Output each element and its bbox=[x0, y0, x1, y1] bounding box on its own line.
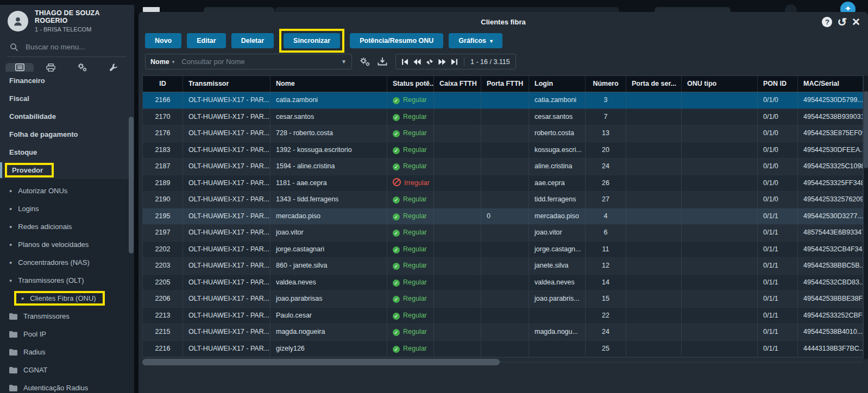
cell-numero: 6 bbox=[586, 225, 626, 241]
sidebar-subitem-logins[interactable]: •Logins bbox=[0, 200, 134, 218]
cell-status: ✓Regular bbox=[387, 258, 434, 274]
cell-porta_servico bbox=[626, 175, 682, 192]
sidebar-subitem-redes-adicionais[interactable]: •Redes adicionais bbox=[0, 218, 134, 236]
sidebar-subitem-transmissores-olt-[interactable]: •Transmissores (OLT) bbox=[0, 271, 134, 289]
column-header-id[interactable]: ID bbox=[143, 76, 183, 92]
sidebar-subitem-clientes-fibra-onu-[interactable]: •Clientes Fibra (ONU) bbox=[0, 289, 134, 307]
table-row[interactable]: 2170OLT-HUAWEI-X17 - PAR...cesar.santos✓… bbox=[143, 109, 863, 126]
column-header-onu_tipo[interactable]: ONU tipo bbox=[682, 76, 758, 92]
consulta-input[interactable] bbox=[174, 57, 338, 66]
table-row[interactable]: 2189OLT-HUAWEI-X17 - PAR...1181 - aae.ce… bbox=[143, 175, 863, 192]
gr-ficos-button[interactable]: Gráficos▾ bbox=[449, 33, 502, 48]
sidebar-item-contabilidade[interactable]: Contabilidade bbox=[0, 107, 134, 125]
table-row[interactable]: 2176OLT-HUAWEI-X17 - PAR...728 - roberto… bbox=[143, 125, 863, 142]
cell-caixa_ftth bbox=[434, 142, 481, 159]
filter-field-selector[interactable]: Nome bbox=[150, 58, 169, 66]
help-icon[interactable]: ? bbox=[822, 17, 832, 27]
prev-page-icon[interactable] bbox=[413, 59, 421, 65]
sidebar-item-estoque[interactable]: Estoque bbox=[0, 143, 134, 161]
mini-tab[interactable] bbox=[143, 7, 160, 12]
tab-wrench[interactable] bbox=[99, 63, 128, 72]
table-vscrollbar-thumb[interactable] bbox=[864, 91, 868, 168]
bullet-icon: • bbox=[9, 276, 12, 284]
sidebar-item-fiscal[interactable]: Fiscal bbox=[0, 90, 134, 107]
history-icon[interactable]: ↺ bbox=[837, 17, 847, 27]
editar-button[interactable]: Editar bbox=[187, 33, 225, 48]
table-row[interactable]: 2190OLT-HUAWEI-X17 - PAR...1343 - tidd.f… bbox=[143, 192, 863, 208]
table-hscrollbar-thumb[interactable] bbox=[142, 359, 500, 365]
grid-settings-gears-icon[interactable] bbox=[359, 57, 370, 66]
next-page-icon[interactable] bbox=[438, 59, 446, 65]
sidebar-subitem-cgnat[interactable]: CGNAT bbox=[0, 361, 134, 379]
table-row[interactable]: 2197OLT-HUAWEI-X17 - PAR...joao.vitor✓Re… bbox=[143, 225, 863, 242]
cell-numero: 14 bbox=[586, 275, 626, 291]
tab-menu-list[interactable] bbox=[5, 63, 34, 72]
sidebar-item-folha-de-pagamento[interactable]: Folha de pagamento bbox=[0, 125, 134, 143]
cell-status: Irregular bbox=[387, 175, 434, 192]
column-header-pon_id[interactable]: PON ID bbox=[758, 76, 798, 92]
cell-id: 2205 bbox=[143, 275, 183, 291]
column-header-caixa_ftth[interactable]: Caixa FTTH bbox=[434, 76, 481, 92]
filter-bar: Nome ▾ ▼ 1 - 16 / 3.115 bbox=[145, 54, 516, 69]
cell-onu_tipo bbox=[682, 258, 758, 274]
cell-pon_id: 0/1/0 bbox=[758, 125, 798, 142]
sidebar-item-financeiro[interactable]: Financeiro bbox=[0, 72, 134, 90]
pot-ncia-resumo-onu-button[interactable]: Potência/Resumo ONU bbox=[350, 33, 443, 48]
cell-status: ✓Regular bbox=[387, 159, 434, 175]
table-row[interactable]: 2205OLT-HUAWEI-X17 - PAR...valdea.neves✓… bbox=[143, 275, 863, 291]
table-row[interactable]: 2206OLT-HUAWEI-X17 - PAR...joao.parabris… bbox=[143, 291, 863, 308]
cell-transmissor: OLT-HUAWEI-X17 - PAR... bbox=[183, 208, 271, 225]
cell-onu_tipo bbox=[682, 275, 758, 291]
sidebar-subitem-transmissores[interactable]: Transmissores bbox=[0, 307, 134, 325]
cell-numero: 7 bbox=[586, 109, 626, 125]
tab-gears[interactable] bbox=[68, 63, 96, 72]
sidebar-subitem-autorizar-onus[interactable]: •Autorizar ONUs bbox=[0, 182, 134, 200]
cell-nome: magda.nogueira bbox=[271, 324, 387, 340]
sidebar-subitem-pool-ip[interactable]: Pool IP bbox=[0, 325, 134, 343]
refresh-icon[interactable] bbox=[426, 58, 433, 66]
column-header-porta_ftth[interactable]: Porta FTTH bbox=[481, 76, 529, 92]
column-header-login[interactable]: Login bbox=[529, 76, 586, 92]
cell-status: ✓Regular bbox=[387, 208, 434, 225]
column-header-mac_serial[interactable]: MAC/Serial bbox=[798, 76, 863, 92]
table-row[interactable]: 2213OLT-HUAWEI-X17 - PAR...Paulo.cesar✓R… bbox=[143, 308, 863, 325]
table-row[interactable]: 2183OLT-HUAWEI-X17 - PAR...1392 - kossug… bbox=[143, 142, 863, 159]
table-row[interactable]: 2216OLT-HUAWEI-X17 - PAR...gizely126✓Reg… bbox=[143, 341, 863, 358]
sidebar-subitem-radius[interactable]: Radius bbox=[0, 343, 134, 361]
novo-button[interactable]: Novo bbox=[145, 33, 181, 48]
cell-id: 2213 bbox=[143, 308, 183, 324]
sidebar-subitem-planos-de-velocidades[interactable]: •Planos de velocidades bbox=[0, 236, 134, 253]
menu-search-input[interactable] bbox=[24, 42, 125, 52]
sincronizar-button[interactable]: Sincronizar bbox=[284, 33, 340, 48]
column-header-numero[interactable]: Número bbox=[586, 76, 626, 92]
table-row[interactable]: 2215OLT-HUAWEI-X17 - PAR...magda.nogueir… bbox=[143, 324, 863, 341]
first-page-icon[interactable] bbox=[401, 59, 408, 65]
column-header-status[interactable]: Status potê... bbox=[387, 76, 434, 92]
column-header-transmissor[interactable]: Transmissor bbox=[183, 76, 271, 92]
download-icon[interactable] bbox=[378, 57, 387, 66]
table-row[interactable]: 2195OLT-HUAWEI-X17 - PAR...mercadao.piso… bbox=[143, 208, 863, 225]
user-card[interactable]: THIAGO DE SOUZA ROGERIO 1 - BRISA TELECO… bbox=[0, 5, 134, 33]
column-header-porta_servico[interactable]: Porta de ser... bbox=[626, 76, 682, 92]
sidebar-subitem-label: Transmissores (OLT) bbox=[18, 276, 84, 284]
table-row[interactable]: 2187OLT-HUAWEI-X17 - PAR...1594 - aline.… bbox=[143, 159, 863, 175]
cell-nome: 860 - janete.silva bbox=[271, 258, 387, 274]
table-row[interactable]: 2203OLT-HUAWEI-X17 - PAR...860 - janete.… bbox=[143, 258, 863, 275]
table-row[interactable]: 2166OLT-HUAWEI-X17 - PAR...catia.zamboni… bbox=[143, 92, 863, 109]
sidebar-subitem-autentica-o-radius[interactable]: Autenticação Radius bbox=[0, 379, 134, 393]
close-icon[interactable]: ✕ bbox=[852, 17, 860, 27]
tab-printer[interactable] bbox=[37, 63, 65, 72]
deletar-button[interactable]: Deletar bbox=[231, 33, 274, 48]
sidebar-subitem-concentradores-nas-[interactable]: •Concentradores (NAS) bbox=[0, 253, 134, 271]
cell-porta_ftth bbox=[481, 275, 529, 291]
cell-onu_tipo bbox=[682, 308, 758, 324]
sidebar-scrollbar[interactable] bbox=[129, 117, 134, 253]
cell-status: ✓Regular bbox=[387, 142, 434, 159]
cell-login: kossuga.escri... bbox=[529, 142, 586, 159]
last-page-icon[interactable] bbox=[451, 59, 458, 65]
combo-chevron-down-icon[interactable]: ▼ bbox=[341, 59, 347, 65]
table-row[interactable]: 2202OLT-HUAWEI-X17 - PAR...jorge.castagn… bbox=[143, 242, 863, 258]
sidebar-item-provedor[interactable]: Provedor bbox=[0, 161, 134, 179]
check-circle-icon: ✓ bbox=[393, 230, 400, 237]
column-header-nome[interactable]: Nome bbox=[271, 76, 387, 92]
